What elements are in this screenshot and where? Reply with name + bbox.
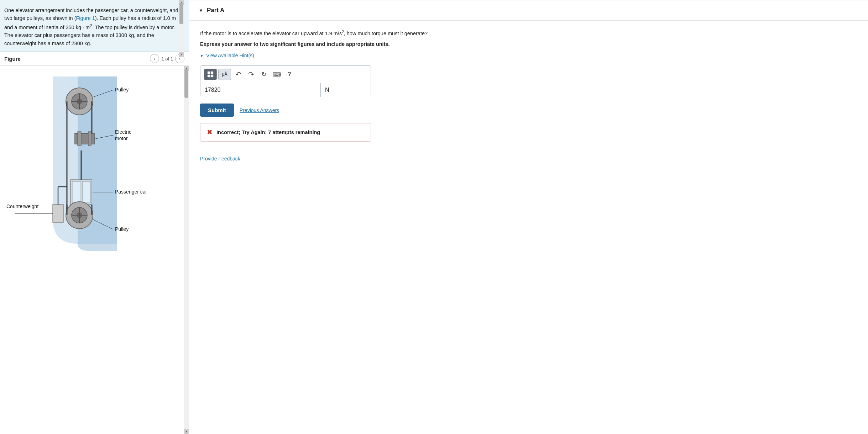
right-panel: ▼ Part A If the motor is to accelerate t… [189,0,868,434]
keyboard-button[interactable]: ⌨ [271,69,282,80]
svg-rect-37 [208,75,210,77]
error-message: Incorrect; Try Again; 7 attempts remaini… [216,129,320,135]
input-fields-row [200,83,371,97]
problem-description: One elevator arrangement includes the pa… [4,7,178,46]
figure-link[interactable]: Figure 1 [76,15,95,21]
matrix-icon [207,71,214,78]
answer-input-field[interactable] [200,83,321,97]
redo-button[interactable]: ↷ [245,69,257,80]
svg-rect-8 [78,132,81,146]
elevator-svg: Pulley Electric motor Passenger car Coun… [6,66,177,254]
figure-scroll-inner: Pulley Electric motor Passenger car Coun… [0,66,184,434]
hint-link[interactable]: ► View Available Hint(s) [200,53,857,58]
problem-scrollbar-thumb[interactable] [179,3,183,24]
hint-chevron-icon: ► [200,53,204,58]
error-box: ✖ Incorrect; Try Again; 7 attempts remai… [200,123,371,142]
figure-area: Figure ‹ 1 of 1 › [0,52,189,434]
scrollbar-thumb[interactable] [184,69,188,98]
svg-text:Pulley: Pulley [115,226,129,232]
figure-prev-button[interactable]: ‹ [150,54,159,63]
svg-rect-9 [88,132,91,146]
mu-button[interactable]: μÅ [218,69,231,80]
svg-text:motor: motor [115,136,128,141]
scrollbar-down-btn[interactable]: ▼ [184,429,189,434]
feedback-link[interactable]: Provide Feedback [200,156,240,162]
figure-diagram: Pulley Electric motor Passenger car Coun… [0,66,184,261]
svg-text:Electric: Electric [115,129,131,135]
matrix-button[interactable] [204,69,217,80]
part-a-title: Part A [207,7,224,14]
svg-rect-35 [208,72,210,74]
hint-label: View Available Hint(s) [206,53,254,58]
undo-button[interactable]: ↶ [232,69,244,80]
problem-scrollbar-down[interactable]: ▼ [179,52,184,57]
svg-text:Passenger car: Passenger car [115,189,147,195]
figure-scrollbar[interactable]: ▲ ▼ [184,66,189,434]
mu-icon: μÅ [222,72,228,77]
svg-rect-13 [53,205,63,222]
left-panel: One elevator arrangement includes the pa… [0,0,189,434]
figure-page-indicator: 1 of 1 [161,56,173,62]
input-toolbar: μÅ ↶ ↷ ↻ ⌨ ? [200,66,371,83]
svg-text:Counterweight: Counterweight [6,203,38,209]
svg-rect-12 [83,181,90,203]
problem-text-area: One elevator arrangement includes the pa… [0,0,189,52]
express-instruction: Express your answer to two significant f… [200,41,857,47]
figure-header: Figure ‹ 1 of 1 › [0,52,189,66]
figure-scroll-container: Pulley Electric motor Passenger car Coun… [0,66,189,434]
part-a-header: ▼ Part A [189,0,868,21]
submit-row: Submit Previous Answers [200,104,857,117]
svg-rect-11 [72,181,81,203]
figure-title: Figure [4,56,150,62]
part-a-section: ▼ Part A If the motor is to accelerate t… [189,0,868,172]
answer-input-container: μÅ ↶ ↷ ↻ ⌨ ? [200,65,371,97]
svg-rect-36 [211,72,213,74]
units-input-field[interactable] [321,83,371,97]
part-a-content: If the motor is to accelerate the elevat… [189,21,868,172]
refresh-button[interactable]: ↻ [258,69,270,80]
problem-scrollbar[interactable]: ▲ ▼ [179,0,184,57]
question-text: If the motor is to accelerate the elevat… [200,29,857,38]
error-x-icon: ✖ [207,128,212,136]
part-a-chevron-icon[interactable]: ▼ [199,8,203,13]
help-button[interactable]: ? [284,69,295,80]
previous-answers-link[interactable]: Previous Answers [240,107,279,113]
svg-text:Pulley: Pulley [115,87,129,92]
submit-button[interactable]: Submit [200,104,234,117]
svg-rect-38 [211,75,213,77]
